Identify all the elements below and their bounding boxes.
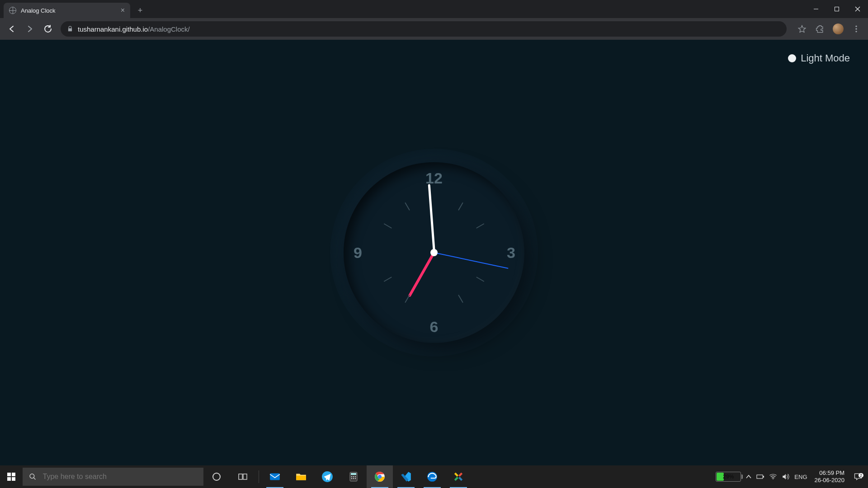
svg-point-22	[355, 478, 356, 479]
chrome-menu-button[interactable]	[848, 21, 864, 37]
action-center-icon[interactable]: 2	[852, 472, 864, 481]
extensions-icon[interactable]	[812, 21, 828, 37]
battery-percent: 29%	[723, 474, 734, 480]
chrome-icon[interactable]	[367, 465, 393, 488]
clock-numeral-3: 3	[507, 244, 515, 262]
edge-icon[interactable]	[419, 465, 445, 488]
battery-indicator[interactable]: 29%	[716, 472, 741, 482]
svg-rect-31	[763, 476, 764, 478]
light-mode-dot-icon	[788, 54, 796, 62]
svg-rect-12	[270, 473, 280, 480]
calculator-icon[interactable]	[340, 465, 367, 488]
svg-rect-27	[454, 477, 458, 481]
window-controls	[806, 0, 868, 18]
clock-tick	[381, 221, 434, 253]
vscode-icon[interactable]	[393, 465, 419, 488]
svg-line-8	[33, 478, 35, 479]
wifi-icon[interactable]	[769, 474, 777, 480]
mail-app-icon[interactable]	[262, 465, 288, 488]
clock-face: 12 3 6 9	[344, 162, 524, 343]
clock-tick	[434, 199, 465, 253]
file-explorer-icon[interactable]	[288, 465, 314, 488]
clock-second-hand	[434, 252, 509, 269]
svg-rect-13	[296, 476, 306, 480]
url-path: /AnalogClock/	[148, 25, 190, 33]
svg-point-4	[855, 26, 857, 27]
search-icon	[29, 473, 37, 481]
svg-point-9	[213, 473, 220, 480]
profile-avatar[interactable]	[830, 21, 846, 37]
browser-titlebar: Analog Clock × +	[0, 0, 868, 18]
svg-point-21	[353, 478, 354, 479]
svg-rect-30	[757, 475, 763, 479]
telegram-icon[interactable]	[314, 465, 340, 488]
theme-toggle-label: Light Mode	[801, 52, 850, 64]
start-button[interactable]	[0, 465, 23, 488]
svg-point-18	[353, 476, 354, 477]
taskbar-divider	[259, 470, 259, 483]
language-indicator[interactable]: ENG	[794, 474, 807, 480]
taskbar-search[interactable]	[23, 468, 203, 486]
svg-rect-28	[454, 473, 458, 477]
notification-count: 2	[859, 473, 863, 478]
clock-numeral-6: 6	[430, 318, 439, 336]
new-tab-button[interactable]: +	[134, 4, 146, 17]
page-viewport: Light Mode 12 3 6 9	[0, 40, 868, 465]
address-bar[interactable]: tusharnankani.github.io/AnalogClock/	[61, 21, 787, 37]
svg-rect-16	[351, 473, 356, 475]
window-close-button[interactable]	[847, 0, 868, 18]
clock-numeral-9: 9	[354, 244, 362, 262]
volume-icon[interactable]	[782, 473, 790, 480]
svg-rect-11	[243, 474, 247, 479]
svg-point-19	[355, 476, 356, 477]
svg-point-6	[855, 31, 857, 32]
svg-rect-1	[835, 7, 839, 11]
taskbar-search-input[interactable]	[43, 473, 197, 481]
svg-rect-26	[458, 473, 462, 477]
taskbar-pinned-apps	[203, 465, 472, 488]
tray-chevron-up-icon[interactable]	[745, 474, 752, 480]
browser-toolbar: tusharnankani.github.io/AnalogClock/	[0, 18, 868, 40]
system-tray: 29% ENG 06:59 PM 26-06-2020 2	[712, 465, 868, 488]
taskbar-date: 26-06-2020	[815, 477, 845, 484]
taskbar-time: 06:59 PM	[815, 469, 845, 477]
windows-taskbar: 29% ENG 06:59 PM 26-06-2020 2	[0, 465, 868, 488]
svg-point-5	[855, 28, 857, 29]
url-host: tusharnankani.github.io	[78, 25, 148, 33]
clock-tick	[434, 252, 488, 284]
taskbar-clock[interactable]: 06:59 PM 26-06-2020	[812, 469, 848, 483]
app-generic-icon[interactable]	[445, 465, 472, 488]
bookmark-star-icon[interactable]	[794, 21, 810, 37]
task-view-icon[interactable]	[230, 465, 256, 488]
tab-title: Analog Clock	[21, 7, 56, 14]
windows-logo-icon	[7, 473, 15, 481]
svg-point-32	[773, 478, 774, 479]
tray-power-icon[interactable]	[756, 474, 764, 480]
back-button[interactable]	[4, 21, 20, 37]
svg-point-17	[351, 476, 352, 477]
svg-rect-10	[239, 474, 242, 479]
svg-rect-29	[458, 477, 462, 481]
cortana-icon[interactable]	[203, 465, 230, 488]
svg-point-7	[30, 474, 34, 479]
window-minimize-button[interactable]	[806, 0, 826, 18]
tab-close-icon[interactable]: ×	[121, 7, 125, 14]
reload-button[interactable]	[40, 21, 56, 37]
forward-button[interactable]	[22, 21, 38, 37]
svg-point-24	[378, 475, 382, 479]
theme-toggle[interactable]: Light Mode	[788, 52, 850, 64]
window-maximize-button[interactable]	[826, 0, 847, 18]
clock-tick	[434, 253, 465, 306]
analog-clock: 12 3 6 9	[330, 149, 538, 357]
lock-icon	[67, 26, 73, 32]
browser-tab[interactable]: Analog Clock ×	[4, 3, 130, 18]
avatar-icon	[833, 23, 844, 34]
svg-point-20	[351, 478, 352, 479]
globe-icon	[9, 7, 16, 14]
clock-center-pin	[430, 249, 438, 256]
